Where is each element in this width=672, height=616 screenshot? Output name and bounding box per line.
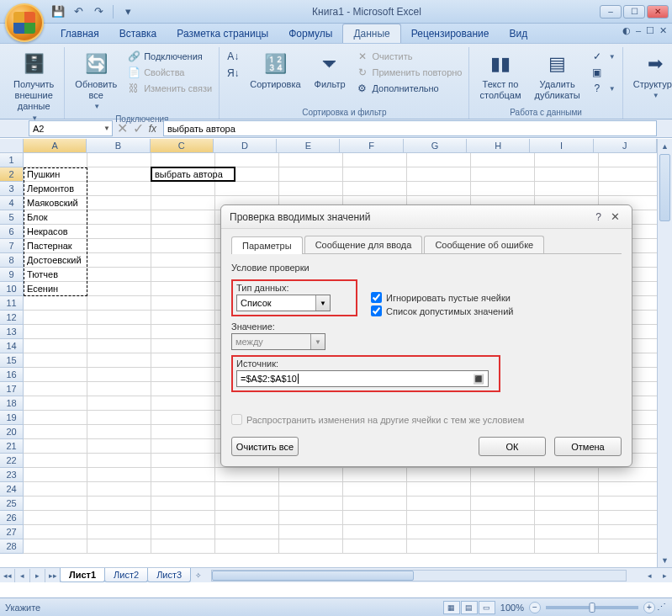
- cell[interactable]: [215, 468, 279, 482]
- cell[interactable]: [215, 511, 279, 525]
- row-header[interactable]: 2: [0, 167, 24, 182]
- scroll-up-icon[interactable]: ▲: [658, 139, 672, 153]
- cell[interactable]: [151, 468, 215, 482]
- row-header[interactable]: 7: [0, 239, 24, 253]
- doc-restore-button[interactable]: ☐: [646, 25, 654, 36]
- cell[interactable]: [407, 468, 471, 482]
- cell[interactable]: [215, 482, 279, 497]
- row-header[interactable]: 15: [0, 353, 24, 368]
- qat-customize-icon[interactable]: ▾: [120, 4, 135, 19]
- zoom-slider[interactable]: [546, 606, 638, 609]
- cell[interactable]: [599, 182, 663, 196]
- cell-value[interactable]: Маяковский: [25, 196, 103, 210]
- cell-value[interactable]: Тютчев: [25, 268, 103, 282]
- cell[interactable]: [87, 425, 151, 439]
- name-box[interactable]: A2▼: [29, 120, 113, 136]
- cell[interactable]: [151, 353, 215, 368]
- ribbon-tab-формулы[interactable]: Формулы: [278, 24, 342, 43]
- text-to-columns-button[interactable]: ▮▮ Текст по столбцам: [476, 49, 524, 103]
- window-maximize-button[interactable]: ☐: [623, 5, 645, 19]
- ribbon-tab-разметка страницы[interactable]: Разметка страницы: [167, 24, 278, 43]
- ribbon-tab-вставка[interactable]: Вставка: [109, 24, 167, 43]
- row-header[interactable]: 13: [0, 325, 24, 339]
- column-header[interactable]: H: [467, 139, 530, 153]
- consolidate-button[interactable]: ▣: [590, 65, 616, 80]
- cell[interactable]: [343, 153, 407, 167]
- cell-value[interactable]: Достоевский: [25, 253, 103, 268]
- row-header[interactable]: 1: [0, 153, 24, 167]
- cell[interactable]: [279, 539, 343, 554]
- doc-close-button[interactable]: ✕: [659, 25, 667, 36]
- dialog-titlebar[interactable]: Проверка вводимых значений ? ✕: [221, 205, 632, 229]
- filter-button[interactable]: ⏷ Фильтр: [311, 49, 349, 92]
- cell[interactable]: [151, 454, 215, 468]
- cell[interactable]: [87, 525, 151, 539]
- zoom-in-button[interactable]: +: [643, 602, 655, 613]
- cell[interactable]: [471, 497, 535, 511]
- cell[interactable]: [151, 153, 215, 167]
- cell[interactable]: [24, 454, 87, 468]
- cell[interactable]: [535, 497, 599, 511]
- cell[interactable]: [151, 196, 215, 210]
- cell[interactable]: [471, 482, 535, 497]
- in-cell-dropdown-checkbox[interactable]: Список допустимых значений: [371, 305, 622, 316]
- row-header[interactable]: 20: [0, 425, 24, 439]
- cell[interactable]: [471, 182, 535, 196]
- cell[interactable]: [599, 525, 663, 539]
- hscroll-thumb[interactable]: [212, 571, 414, 581]
- zoom-handle[interactable]: [590, 603, 595, 613]
- cell[interactable]: [215, 525, 279, 539]
- zoom-level[interactable]: 100%: [500, 603, 524, 613]
- cell[interactable]: [343, 497, 407, 511]
- formula-input[interactable]: выбрать автора: [163, 120, 657, 136]
- refresh-all-button[interactable]: 🔄 Обновить все▼: [71, 49, 120, 113]
- cell[interactable]: [151, 339, 215, 353]
- cell[interactable]: [215, 153, 279, 167]
- row-header[interactable]: 19: [0, 411, 24, 425]
- ribbon-tab-данные[interactable]: Данные: [342, 24, 400, 43]
- row-header[interactable]: 3: [0, 182, 24, 196]
- cell[interactable]: [471, 167, 535, 182]
- cell[interactable]: [24, 339, 87, 353]
- cell-value[interactable]: Лермонтов: [25, 182, 103, 196]
- scroll-left-icon[interactable]: ◂: [642, 569, 657, 582]
- cell[interactable]: [343, 539, 407, 554]
- tab-nav-last[interactable]: ▸▸: [45, 569, 61, 582]
- cell-value[interactable]: выбрать автора: [153, 167, 246, 182]
- cell[interactable]: [87, 325, 151, 339]
- advanced-filter-button[interactable]: ⚙Дополнительно: [356, 81, 463, 96]
- cell[interactable]: [151, 539, 215, 554]
- select-all-corner[interactable]: [0, 139, 24, 153]
- row-header[interactable]: 12: [0, 311, 24, 325]
- cell[interactable]: [151, 511, 215, 525]
- cell[interactable]: [535, 182, 599, 196]
- cell[interactable]: [151, 268, 215, 282]
- row-header[interactable]: 16: [0, 368, 24, 382]
- cell[interactable]: [343, 482, 407, 497]
- cell[interactable]: [87, 439, 151, 454]
- cell-value[interactable]: Некрасов: [25, 225, 103, 239]
- cell[interactable]: [87, 468, 151, 482]
- cell[interactable]: [151, 225, 215, 239]
- sheet-tab[interactable]: Лист2: [104, 568, 148, 582]
- cell[interactable]: [407, 167, 471, 182]
- cell[interactable]: [279, 511, 343, 525]
- cell[interactable]: [535, 468, 599, 482]
- ok-button[interactable]: ОК: [479, 437, 546, 456]
- cell-value[interactable]: Блок: [25, 210, 103, 225]
- cell[interactable]: [24, 425, 87, 439]
- scroll-down-icon[interactable]: ▼: [658, 553, 672, 567]
- sort-za-button[interactable]: Я↓: [226, 66, 240, 81]
- dialog-tab[interactable]: Сообщение об ошибке: [424, 236, 544, 253]
- remove-duplicates-button[interactable]: ▤ Удалить дубликаты: [531, 49, 583, 103]
- cancel-icon[interactable]: ✕: [117, 120, 128, 136]
- cell[interactable]: [471, 539, 535, 554]
- qat-redo-icon[interactable]: ↷: [91, 4, 106, 19]
- connections-button[interactable]: 🔗Подключения: [127, 49, 212, 64]
- cell[interactable]: [151, 439, 215, 454]
- horizontal-scrollbar[interactable]: [211, 570, 627, 581]
- column-header[interactable]: A: [24, 139, 87, 153]
- cell[interactable]: [343, 182, 407, 196]
- dialog-help-icon[interactable]: ?: [590, 211, 606, 223]
- cell[interactable]: [24, 468, 87, 482]
